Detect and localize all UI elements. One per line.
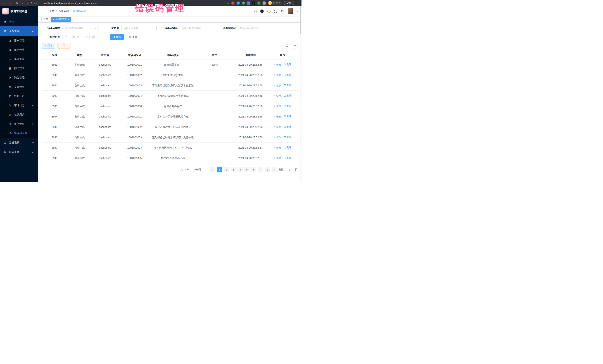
tags-view-bar: 首页 错误码管理 × [38,16,302,22]
page-button-8[interactable]: 8 [265,167,270,172]
browser-home-icon[interactable]: ⌂ [23,1,24,5]
sidebar-item-sms[interactable]: ☏ 短信管理 ∨ [0,119,38,129]
edit-link[interactable]: ✎修改 [274,83,281,88]
refresh-table-button[interactable]: ↻ [292,43,298,49]
address-bar[interactable]: ⚠ 不安全 | dashboard.yudao.iocoder.cn/syste… [27,1,97,5]
extension-leaf-icon[interactable] [257,1,260,5]
sidebar-item-home[interactable]: ◉ 首页 [0,17,38,26]
edit-link[interactable]: ✎修改 [274,94,281,98]
app-logo[interactable]: 芋道管理系统 [0,6,38,17]
github-icon[interactable] [260,10,264,13]
extension-red-icon[interactable] [231,1,234,5]
col-code: 错误码编码 [118,51,151,59]
more-pages-button[interactable]: ··· [258,167,263,172]
extension-grid-icon[interactable] [247,1,250,5]
edit-link[interactable]: ✎修改 [274,104,281,108]
delete-link[interactable]: 删除 [284,135,291,139]
search-icon[interactable] [254,10,257,12]
sidebar-item-audit-log[interactable]: ✎ 审计日志 ∨ [0,101,38,110]
export-button[interactable]: ↓ 导出 [57,43,70,49]
profile-chip[interactable]: 已暂停 [268,1,282,5]
add-button[interactable]: + 新增 [42,43,55,49]
forward-icon[interactable]: → [9,1,12,5]
back-icon[interactable]: ← [2,1,5,5]
search-icon [113,36,115,38]
extension-on-switch-icon[interactable]: on [252,1,255,5]
edit-link[interactable]: ✎修改 [274,115,281,119]
delete-link[interactable]: 删除 [284,83,291,87]
reset-button[interactable]: ↻ 重置 [126,34,140,40]
sidebar-item-roles[interactable]: ♛ 角色管理 [0,45,38,55]
scrollbar-track [300,6,302,182]
edit-link[interactable]: ✎修改 [274,125,281,129]
delete-link[interactable]: 删除 [284,156,291,160]
end-date-input[interactable] [85,36,96,38]
page-button-1[interactable]: 1 [217,167,222,172]
chevron-down-icon[interactable]: ∨ [297,10,299,12]
edit-link[interactable]: ✎修改 [274,135,281,139]
url-text[interactable]: dashboard.yudao.iocoder.cn/system/error-… [43,2,97,4]
delete-link[interactable]: 删除 [284,125,291,129]
browser-menu-icon[interactable]: ⋮ [297,1,299,5]
sidebar-item-notices[interactable]: ✉ 通知公告 [0,92,38,101]
sidebar-item-posts[interactable]: ⚒ 岗位管理 [0,73,38,82]
start-date-input[interactable] [68,36,80,38]
font-size-icon[interactable]: TT [281,10,284,13]
user-avatar[interactable] [288,8,293,14]
extensions-puzzle-icon[interactable] [263,1,266,5]
page-button-4[interactable]: 4 [237,167,243,172]
page-button-3[interactable]: 3 [231,167,236,172]
sidebar-item-menus[interactable]: ≡ 菜单管理 [0,55,38,64]
app-name-input[interactable] [124,27,154,30]
warning-icon: ⚠ [27,2,29,4]
collapse-menu-icon[interactable] [41,9,46,13]
sidebar-item-system[interactable]: ⚙ 系统管理 ∧ [0,26,38,36]
error-code-icon: </> [9,132,12,135]
sidebar-item-devtools[interactable]: ✇ 研发工具 ∨ [0,147,38,157]
extension-drop-icon[interactable] [237,1,240,5]
delete-link[interactable]: 删除 [284,94,291,98]
tab-error-code[interactable]: 错误码管理 × [51,17,71,22]
scrollbar-thumb[interactable] [300,6,301,34]
tab-home[interactable]: 首页 [41,17,50,22]
bookmark-star-icon[interactable]: ☆ [227,1,229,4]
error-code-input[interactable] [182,27,213,30]
breadcrumb-system[interactable]: 系统管理 [58,10,69,13]
sidebar-item-online-users[interactable]: ◎ 在线用户 [0,110,38,119]
sidebar-item-infrastructure[interactable]: ♖ 基础设施 ∨ [0,138,38,147]
edit-link[interactable]: ✎修改 [274,146,281,150]
page-button-6[interactable]: 6 [251,167,256,172]
create-time-label: 创建时间 [45,35,60,39]
breadcrumb-home[interactable]: 首页 [49,10,54,13]
page-size-select[interactable]: 10条/页 ∨ [191,167,208,172]
edit-icon: ✎ [274,115,276,119]
delete-link[interactable]: 删除 [284,104,291,108]
next-page-button[interactable]: › [272,167,277,172]
toggle-search-button[interactable] [284,43,290,49]
delete-link[interactable]: 删除 [284,62,291,66]
close-icon[interactable]: × [68,18,69,21]
edit-link[interactable]: ✎修改 [274,156,281,160]
extension-check-icon[interactable]: ✓ [242,1,245,5]
delete-link[interactable]: 删除 [284,73,291,77]
goto-page-input[interactable] [285,167,293,172]
edit-link[interactable]: ✎修改 [274,73,281,77]
page-button-5[interactable]: 5 [244,167,250,172]
search-button[interactable]: 搜索 [110,34,124,40]
sidebar-item-error-code[interactable]: </> 错误码管理 [0,129,38,138]
browser-update-button[interactable]: 更新 [284,1,294,5]
sidebar-item-dictionary[interactable]: ▤ 字典管理 [0,82,38,92]
page-button-2[interactable]: 2 [224,167,229,172]
prev-page-button[interactable]: ‹ [210,167,215,172]
delete-link[interactable]: 删除 [284,114,291,118]
fullscreen-icon[interactable] [274,10,277,13]
date-range-picker[interactable]: - [62,34,107,40]
edit-link[interactable]: ✎修改 [274,63,281,67]
delete-link[interactable]: 删除 [284,145,291,150]
error-hint-input[interactable] [240,27,271,30]
sidebar-item-departments[interactable]: ▦ 部门管理 [0,64,38,73]
help-icon[interactable]: ? [267,10,270,13]
sidebar-item-users[interactable]: ♟ 用户管理 [0,36,38,45]
error-type-select[interactable]: 请选择错误码类型 ∨ [62,25,99,31]
reload-icon[interactable]: ↻ [16,1,18,5]
